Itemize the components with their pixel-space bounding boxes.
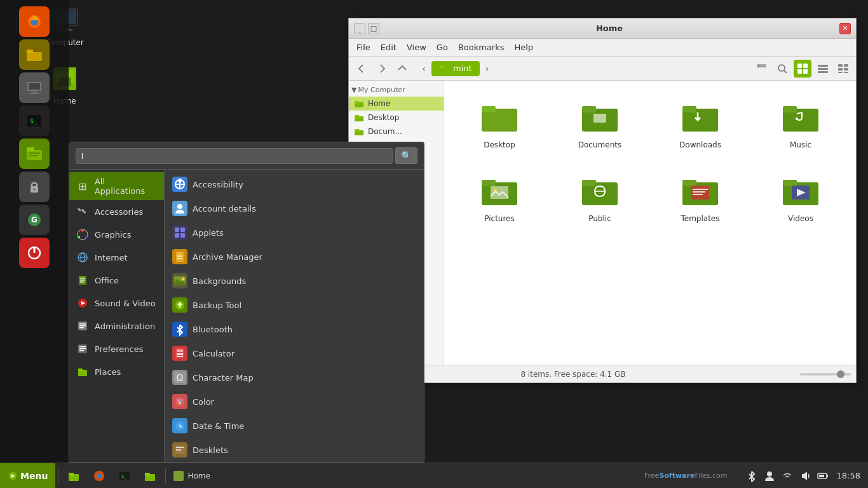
- app-desklets[interactable]: Desklets: [165, 438, 424, 462]
- file-public[interactable]: Public: [555, 165, 645, 228]
- location-left-arrow[interactable]: ‹: [416, 61, 431, 76]
- file-downloads[interactable]: Downloads: [655, 91, 745, 154]
- taskbar-home-icon[interactable]: [139, 464, 161, 487]
- panel-display[interactable]: [19, 72, 50, 103]
- menu-search-input[interactable]: [76, 148, 393, 164]
- zoom-slider[interactable]: [800, 373, 851, 376]
- volume-systray[interactable]: [799, 470, 811, 482]
- location-breadcrumb[interactable]: mint: [431, 61, 480, 76]
- file-manager-window: _ □ Home ✕ File Edit View Go Bookmarks H…: [348, 18, 857, 383]
- applets-icon: [172, 225, 187, 240]
- taskbar-files-btn[interactable]: [62, 464, 85, 487]
- taskbar-terminal-btn[interactable]: $_: [113, 464, 136, 487]
- taskbar-firefox-btn[interactable]: [88, 464, 111, 487]
- panel-firefox[interactable]: [19, 6, 50, 37]
- location-right-arrow[interactable]: ›: [480, 61, 495, 76]
- taskbar-right-area: FreeSoftwareFiles.com: [644, 470, 868, 482]
- zoom-thumb[interactable]: [837, 370, 844, 378]
- app-date-time[interactable]: Date & Time: [165, 414, 424, 438]
- menu-bookmarks[interactable]: Bookmarks: [453, 40, 510, 55]
- category-internet[interactable]: Internet: [69, 246, 164, 269]
- svg-rect-73: [179, 353, 181, 355]
- app-archive-manager[interactable]: Archive Manager: [165, 245, 424, 269]
- clock-display[interactable]: 18:58: [834, 471, 863, 480]
- category-internet-icon: [76, 250, 90, 264]
- back-button[interactable]: [353, 60, 370, 78]
- sidebar-home[interactable]: Home: [349, 97, 444, 111]
- my-computer-toggle[interactable]: ▼ My Computer: [349, 83, 444, 97]
- panel-files[interactable]: [19, 39, 50, 70]
- panel-lock[interactable]: [19, 172, 50, 202]
- menu-search-button[interactable]: 🔍: [395, 147, 417, 164]
- menu-help[interactable]: Help: [509, 40, 538, 55]
- svg-rect-58: [175, 227, 179, 232]
- file-pictures[interactable]: Pictures: [454, 165, 545, 228]
- taskbar-separator-2: [165, 468, 166, 484]
- menu-button[interactable]: Menu: [0, 463, 55, 488]
- forward-button[interactable]: [373, 60, 391, 78]
- category-sound-video[interactable]: Sound & Video: [69, 292, 164, 315]
- sidebar-desktop[interactable]: Desktop: [349, 111, 444, 125]
- close-button[interactable]: ✕: [839, 23, 851, 34]
- bluetooth-systray[interactable]: [745, 470, 758, 482]
- category-places[interactable]: Places: [69, 360, 164, 383]
- file-videos[interactable]: Videos: [756, 165, 846, 228]
- svg-rect-173: [69, 473, 74, 476]
- app-accessibility[interactable]: Accessibility: [165, 172, 424, 196]
- category-graphics[interactable]: Graphics: [69, 223, 164, 246]
- category-accessories[interactable]: Accessories: [69, 200, 164, 223]
- panel-terminal[interactable]: $_: [19, 105, 50, 136]
- svg-point-31: [81, 229, 84, 232]
- minimize-button[interactable]: _: [354, 23, 365, 34]
- desktop-folder-icon: [479, 96, 520, 137]
- panel-grammarly[interactable]: G: [19, 205, 50, 235]
- app-character-map[interactable]: Ω Character Map: [165, 365, 424, 390]
- list-view-button[interactable]: [814, 60, 832, 78]
- category-places-icon: [76, 365, 90, 379]
- fm-window-controls: _ □: [354, 23, 379, 34]
- user-systray[interactable]: [763, 470, 776, 482]
- maximize-button[interactable]: □: [368, 23, 379, 34]
- network-systray[interactable]: [781, 470, 794, 482]
- fm-toolbar-right: [753, 60, 852, 78]
- panel-power[interactable]: [19, 238, 50, 268]
- app-calculator[interactable]: Calculator: [165, 341, 424, 365]
- category-administration-icon: [76, 319, 90, 333]
- app-backgrounds[interactable]: Backgrounds: [165, 269, 424, 293]
- app-bluetooth[interactable]: Bluetooth: [165, 317, 424, 341]
- panel-filemgr[interactable]: [19, 139, 50, 169]
- app-color[interactable]: Color: [165, 390, 424, 414]
- svg-rect-88: [180, 421, 182, 423]
- compact-view-button[interactable]: [834, 60, 852, 78]
- fm-statusbar: 8 items, Free space: 4.1 GB: [349, 365, 856, 383]
- svg-point-97: [778, 65, 785, 71]
- location-folder-icon: [439, 64, 451, 74]
- menu-go[interactable]: Go: [431, 40, 453, 55]
- taskbar-home-window[interactable]: Home: [168, 464, 215, 487]
- category-preferences[interactable]: Preferences: [69, 337, 164, 360]
- svg-rect-179: [145, 473, 150, 476]
- svg-rect-184: [827, 475, 828, 477]
- file-desktop[interactable]: Desktop: [454, 91, 545, 154]
- search-button[interactable]: [773, 60, 791, 78]
- svg-rect-21: [29, 152, 40, 154]
- category-administration[interactable]: Administration: [69, 315, 164, 337]
- sidebar-documents[interactable]: Docum...: [349, 125, 444, 139]
- file-music[interactable]: Music: [756, 91, 846, 154]
- battery-systray[interactable]: [817, 470, 829, 482]
- category-all[interactable]: ⊞ All Applications: [69, 172, 164, 200]
- svg-rect-103: [818, 65, 828, 67]
- menu-edit[interactable]: Edit: [376, 40, 402, 55]
- bookmarks-toggle[interactable]: [753, 60, 771, 78]
- app-account-details[interactable]: Account details: [165, 196, 424, 220]
- file-templates[interactable]: Templates: [655, 165, 745, 228]
- menu-view[interactable]: View: [402, 40, 431, 55]
- svg-rect-29: [81, 208, 86, 214]
- up-button[interactable]: [393, 60, 411, 78]
- icon-view-button[interactable]: [794, 60, 811, 78]
- category-office[interactable]: Office: [69, 269, 164, 292]
- menu-file[interactable]: File: [351, 40, 376, 55]
- app-backup-tool[interactable]: Backup Tool: [165, 293, 424, 317]
- app-applets[interactable]: Applets: [165, 220, 424, 245]
- file-documents[interactable]: Documents: [555, 91, 645, 154]
